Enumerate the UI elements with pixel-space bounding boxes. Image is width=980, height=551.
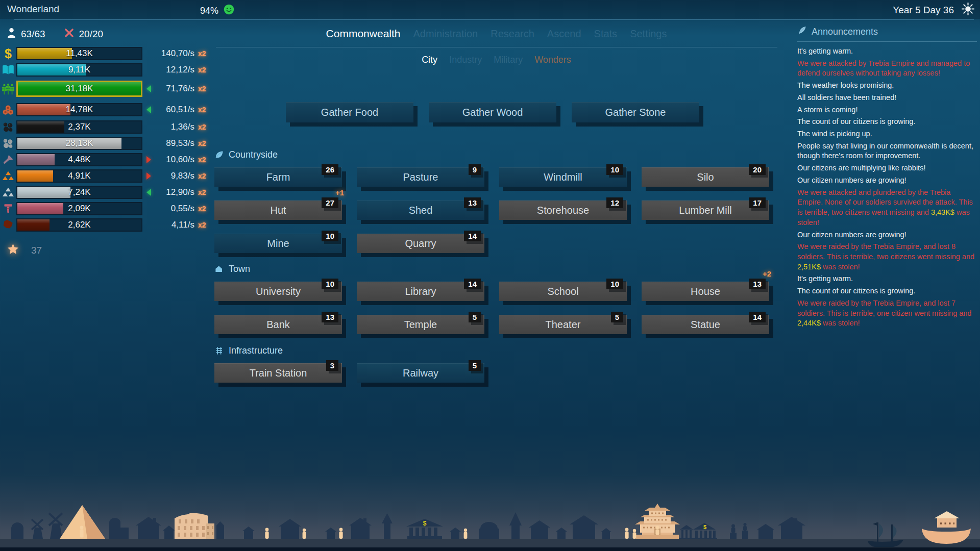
- leaf-icon: [214, 150, 224, 160]
- count-badge: 5: [469, 312, 481, 322]
- building-train-station-button[interactable]: Train Station3: [214, 363, 342, 383]
- section-infrastructure: InfrastructureTrain Station3Railway5: [214, 345, 771, 396]
- ark: [922, 511, 971, 544]
- building-university-button[interactable]: University10: [214, 282, 342, 301]
- building-farm-button[interactable]: Farm26: [214, 167, 342, 187]
- resource-bar-copper[interactable]: 4,91K: [16, 169, 142, 183]
- subtab-wonders[interactable]: Wonders: [534, 55, 571, 65]
- tab-research[interactable]: Research: [491, 28, 534, 40]
- announcement: Our citizens are multiplying like rabbit…: [797, 163, 977, 173]
- section-title: Infrastructure: [229, 345, 283, 356]
- resource-bar-wood[interactable]: 14,78K: [16, 103, 142, 116]
- gather-stone-button[interactable]: Gather Stone: [572, 102, 699, 122]
- building-label: Quarry: [405, 238, 436, 249]
- multiplier-badge: x2: [198, 106, 206, 114]
- count-badge: 5: [611, 312, 623, 322]
- building-hut-button[interactable]: Hut27+1: [214, 201, 342, 220]
- building-label: Statue: [691, 319, 720, 331]
- resource-bar-food[interactable]: 31,18K: [16, 81, 142, 97]
- ship: [868, 522, 903, 547]
- count-badge: 10: [606, 279, 623, 289]
- resource-value: 2,37K: [17, 121, 141, 133]
- building-house-button[interactable]: House13+2: [642, 282, 769, 301]
- subtab-city[interactable]: City: [422, 55, 437, 65]
- screws-icon: [1, 202, 15, 216]
- building-bank-button[interactable]: Bank13: [214, 315, 342, 334]
- building-statue-button[interactable]: Statue14: [642, 315, 769, 334]
- building-lumber-mill-button[interactable]: Lumber Mill17: [642, 201, 769, 220]
- resource-row-screws: 2,09K0,55/sx2: [0, 202, 214, 215]
- resource-bar-money[interactable]: 11,43K: [16, 47, 142, 60]
- resource-rate: 71,76/s: [151, 81, 194, 97]
- resource-bar-tools[interactable]: 4,48K: [16, 153, 142, 166]
- tab-ascend[interactable]: Ascend: [547, 28, 581, 40]
- building-windmill-button[interactable]: Windmill10: [499, 167, 627, 187]
- building-temple-button[interactable]: Temple5: [357, 315, 484, 334]
- section-town: TownUniversity10Library14School10House13…: [214, 263, 771, 348]
- resource-row-leather: 2,62K4,11/sx2: [0, 218, 214, 232]
- resource-row-iron: 7,24K12,90/sx2: [0, 186, 214, 199]
- sun-icon: [961, 2, 975, 18]
- count-badge: 20: [749, 164, 766, 175]
- main-tabs: CommonwealthAdministrationResearchAscend…: [214, 28, 778, 40]
- resource-value: 4,48K: [17, 154, 141, 165]
- building-pasture-button[interactable]: Pasture9: [357, 167, 484, 187]
- subtab-industry[interactable]: Industry: [449, 55, 482, 65]
- round-tower: [11, 522, 23, 539]
- building-label: Storehouse: [537, 205, 589, 216]
- multiplier-badge: x2: [198, 123, 206, 131]
- building-label: Windmill: [544, 171, 582, 183]
- copper-icon: [1, 169, 15, 183]
- count-badge: 10: [606, 164, 623, 175]
- prestige-row: 37: [7, 243, 42, 258]
- count-badge: 14: [464, 231, 481, 241]
- count-badge: 13: [749, 279, 766, 289]
- building-mine-button[interactable]: Mine10: [214, 234, 342, 253]
- count-badge: 10: [322, 231, 338, 241]
- resource-row-money: $11,43K140,70/sx2: [0, 47, 214, 60]
- building-label: Bank: [266, 319, 290, 331]
- resource-bar-knowledge[interactable]: 9,11K: [16, 63, 142, 77]
- food-icon: [1, 82, 15, 96]
- queued-indicator: +2: [763, 269, 771, 278]
- resource-row-wood: 14,78K60,51/sx2: [0, 103, 214, 116]
- gather-food-button[interactable]: Gather Food: [286, 102, 413, 122]
- resource-bar-coal[interactable]: 2,37K: [16, 120, 142, 134]
- building-railway-button[interactable]: Railway5: [357, 363, 484, 383]
- resource-rate: 140,70/s: [151, 47, 194, 60]
- announcement: It's getting warm.: [797, 274, 977, 284]
- building-quarry-button[interactable]: Quarry14: [357, 234, 484, 253]
- resource-bar-iron[interactable]: 7,24K: [16, 186, 142, 199]
- resource-bar-stone[interactable]: 28,13K: [16, 137, 142, 150]
- resource-bar-leather[interactable]: 2,62K: [16, 218, 142, 232]
- building-label: University: [256, 286, 301, 297]
- building-library-button[interactable]: Library14: [357, 282, 484, 301]
- resource-bar-screws[interactable]: 2,09K: [16, 202, 142, 215]
- temple-building: [679, 525, 694, 539]
- tab-settings[interactable]: Settings: [630, 28, 667, 40]
- count-badge: 27: [322, 197, 338, 208]
- building-storehouse-button[interactable]: Storehouse12: [499, 201, 627, 220]
- tab-commonwealth[interactable]: Commonwealth: [326, 28, 401, 40]
- tab-administration[interactable]: Administration: [413, 28, 478, 40]
- stone-icon: [1, 137, 15, 151]
- multiplier-badge: x2: [198, 85, 206, 93]
- multiplier-badge: x2: [198, 188, 206, 196]
- tab-stats[interactable]: Stats: [594, 28, 618, 40]
- section-countryside: CountrysideFarm26Pasture9Windmill10Silo2…: [214, 149, 771, 267]
- statue-1: [730, 524, 737, 539]
- resource-value: 7,24K: [17, 187, 141, 198]
- announcement-list: It's getting warm.We were attacked by Tr…: [797, 46, 977, 329]
- building-label: Library: [405, 286, 436, 297]
- gather-wood-button[interactable]: Gather Wood: [429, 102, 556, 122]
- building-school-button[interactable]: School10: [499, 282, 627, 301]
- section-header-town: Town: [214, 263, 771, 274]
- announcement: The wind is picking up.: [797, 129, 977, 139]
- money-icon: $: [1, 47, 15, 61]
- announcement: The weather looks promising.: [797, 81, 977, 91]
- building-theater-button[interactable]: Theater5: [499, 315, 627, 334]
- building-shed-button[interactable]: Shed13: [357, 201, 484, 220]
- subtab-military[interactable]: Military: [494, 55, 523, 65]
- resource-row-tools: 4,48K10,60/sx2: [0, 153, 214, 166]
- building-silo-button[interactable]: Silo20: [642, 167, 769, 187]
